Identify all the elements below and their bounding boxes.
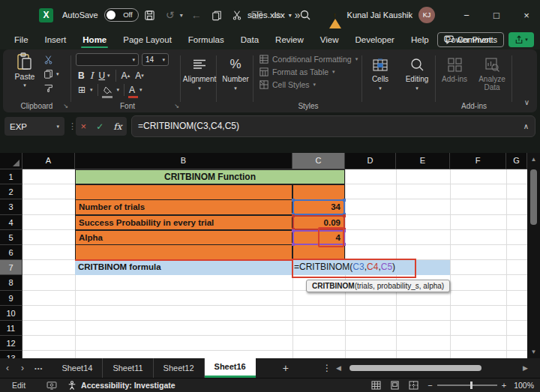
sheet-nav-left-icon[interactable]: ‹ <box>0 363 15 373</box>
sheet-tab[interactable]: Sheet11 <box>103 358 153 378</box>
maximize-button[interactable]: □ <box>486 0 507 30</box>
sheet-menu-icon[interactable]: ⋮ <box>322 363 332 373</box>
column-header[interactable]: E <box>396 153 450 169</box>
format-painter-icon[interactable] <box>44 81 66 95</box>
page-break-view-icon[interactable] <box>409 381 418 390</box>
cancel-icon[interactable]: × <box>81 121 87 132</box>
cell-b3-label[interactable]: Number of trials <box>75 199 292 214</box>
font-color-icon[interactable]: A <box>129 83 135 97</box>
number-button[interactable]: % Number ▾ <box>218 49 253 112</box>
vertical-scrollbar-thumb[interactable] <box>530 169 537 225</box>
zoom-level[interactable]: 100% <box>514 381 534 390</box>
column-header[interactable]: D <box>345 153 396 169</box>
formula-bar-collapse-icon[interactable]: ∧ <box>524 116 529 136</box>
ribbon-tab[interactable]: Insert <box>37 31 75 49</box>
sheet-tab[interactable]: Sheet14 <box>52 358 103 378</box>
accessibility-icon[interactable] <box>68 381 76 390</box>
cut-icon[interactable] <box>228 6 246 24</box>
underline-button[interactable]: U <box>98 69 105 82</box>
row-header[interactable]: 1 <box>0 169 22 184</box>
scroll-right-icon[interactable]: ▶ <box>523 364 528 372</box>
row-header[interactable]: 2 <box>0 184 22 199</box>
minimize-button[interactable]: − <box>456 0 477 30</box>
name-box[interactable]: EXP ▾ <box>4 117 64 136</box>
row-header[interactable]: 6 <box>0 245 22 260</box>
formula-input[interactable]: =CRITBINOM(C3,C4,C5) ∧ <box>131 115 536 137</box>
column-header[interactable]: C <box>292 153 345 169</box>
ribbon-tab[interactable]: Developer <box>347 31 403 49</box>
chevron-down-icon[interactable]: ▾ <box>56 71 59 77</box>
zoom-out-button[interactable]: − <box>428 381 432 390</box>
cells-button[interactable]: Cells ▾ <box>364 49 397 112</box>
column-header[interactable]: G <box>506 153 527 169</box>
undo-icon[interactable]: ↺ <box>161 6 179 24</box>
page-layout-view-icon[interactable] <box>390 381 400 390</box>
add-sheet-button[interactable]: + <box>283 362 289 374</box>
cell-title-critbinom[interactable]: CRITBINOM Function <box>75 169 345 184</box>
close-button[interactable]: × <box>516 0 537 30</box>
font-name-combo[interactable]: ▾ <box>76 53 139 66</box>
paste-button[interactable]: Paste ▾ <box>10 52 39 96</box>
sheet-tab[interactable]: Sheet16 <box>205 358 256 378</box>
vertical-scrollbar[interactable]: ▲ ▼ <box>527 153 540 358</box>
save-icon[interactable] <box>141 6 159 24</box>
ribbon-tab[interactable]: Page Layout <box>115 31 180 49</box>
increase-font-size-button[interactable]: A▴ <box>122 69 130 82</box>
ribbon-tab[interactable]: Data <box>232 31 267 49</box>
alignment-button[interactable]: Alignment ▾ <box>183 49 216 112</box>
zoom-slider[interactable] <box>437 385 497 386</box>
cut-icon[interactable] <box>44 52 66 67</box>
sheet-nav-right-icon[interactable]: › <box>15 363 30 373</box>
row-header[interactable]: 10 <box>0 306 22 321</box>
decrease-font-size-button[interactable]: A▾ <box>135 69 144 82</box>
accessibility-status[interactable]: Accessibility: Investigate <box>81 381 175 390</box>
cell-b4-label[interactable]: Success Probability in every trial <box>75 215 292 230</box>
column-header[interactable]: F <box>450 153 506 169</box>
underline-chevron-icon[interactable]: ▾ <box>107 73 110 79</box>
autosave-toggle[interactable]: Off <box>104 8 139 22</box>
row-header[interactable]: 9 <box>0 291 22 306</box>
scroll-down-icon[interactable]: ▼ <box>527 349 540 355</box>
row-header[interactable]: 11 <box>0 321 22 336</box>
editing-button[interactable]: Editing ▾ <box>399 49 435 112</box>
share-button[interactable]: ▾ <box>508 32 534 47</box>
redo-icon[interactable]: ← <box>188 6 206 24</box>
row-header[interactable]: 3 <box>0 199 22 214</box>
horizontal-scrollbar-thumb[interactable] <box>350 365 482 371</box>
warning-icon[interactable]: ! <box>329 10 341 20</box>
row-header[interactable]: 4 <box>0 215 22 230</box>
normal-view-icon[interactable] <box>371 381 381 390</box>
sheet-more-icon[interactable]: ••• <box>30 365 47 372</box>
select-all-corner[interactable] <box>0 153 22 169</box>
undo-chevron-icon[interactable]: ▾ <box>178 12 185 19</box>
borders-chevron-icon[interactable]: ▾ <box>90 87 93 93</box>
italic-button[interactable]: I <box>90 69 94 82</box>
copy-icon[interactable] <box>208 6 226 24</box>
row-header[interactable]: 12 <box>0 336 22 351</box>
ribbon-collapse-chevron-icon[interactable]: ∨ <box>524 98 530 106</box>
bold-button[interactable]: B <box>78 69 85 82</box>
ribbon-tab[interactable]: Formulas <box>180 31 232 49</box>
horizontal-scrollbar[interactable]: ◀ ▶ <box>336 363 528 373</box>
column-header[interactable]: A <box>22 153 75 169</box>
row-header[interactable]: 7 <box>0 260 22 275</box>
zoom-in-button[interactable]: + <box>502 381 506 390</box>
cell-c3-value[interactable]: 34 <box>292 199 345 214</box>
scroll-up-icon[interactable]: ▲ <box>527 156 540 163</box>
scroll-left-icon[interactable]: ◀ <box>336 364 341 372</box>
user-name[interactable]: Kunal Jai Kaushik <box>347 10 412 19</box>
borders-icon[interactable]: ⊞ <box>78 83 86 97</box>
row-header[interactable]: 8 <box>0 275 22 290</box>
ribbon-tab[interactable]: Review <box>267 31 312 49</box>
font-color-chevron-icon[interactable]: ▾ <box>140 87 142 93</box>
font-size-combo[interactable]: 14 ▾ <box>142 53 169 66</box>
row-header[interactable]: 5 <box>0 230 22 245</box>
search-icon[interactable] <box>299 9 311 21</box>
comments-button[interactable]: Comments <box>437 32 504 47</box>
fill-color-icon[interactable] <box>103 83 112 97</box>
cell-b7-label[interactable]: CRITBINOM formula <box>75 260 292 275</box>
font-dialog-launcher-icon[interactable]: ↘ <box>174 103 179 109</box>
ribbon-tab[interactable]: View <box>312 31 347 49</box>
fill-chevron-icon[interactable]: ▾ <box>117 87 120 93</box>
cell-b5-label[interactable]: Alpha <box>75 230 292 245</box>
